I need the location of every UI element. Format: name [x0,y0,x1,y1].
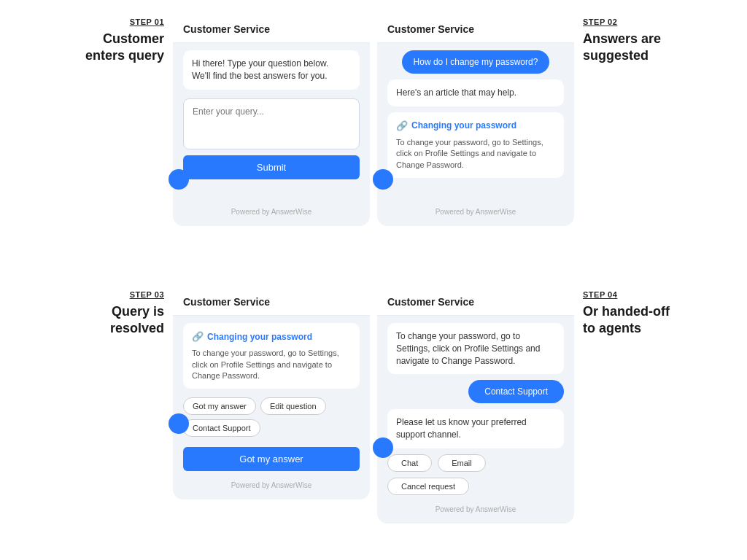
widget03-header: Customer Service [173,287,370,316]
step02-label-area: STEP 02 Answers are suggested [583,15,663,63]
step04-label-area: STEP 04 Or handed-off to agents [583,287,670,336]
link-icon: 🔗 [396,120,408,133]
got-answer-button[interactable]: Got my answer [183,397,256,415]
query-input[interactable] [183,98,360,149]
step04-number: STEP 04 [583,290,617,299]
channel-buttons: Chat Email [387,454,564,472]
widget03-footer: Powered by AnswerWise [183,477,360,489]
contact-support-button-04[interactable]: Contact Support [468,380,564,403]
article-body-03: To change your password, go to Settings,… [192,348,351,381]
avatar-dot-04 [373,438,393,458]
page: STEP 01 Customer enters query Customer S… [0,0,747,560]
step02-desc: Answers are suggested [583,31,661,63]
widget02-footer: Powered by AnswerWise [387,203,564,216]
steps-grid: STEP 01 Customer enters query Customer S… [22,15,725,545]
action-buttons: Got my answer Edit question Contact Supp… [183,397,360,437]
widget01-body: Hi there! Type your question below. We'l… [183,50,360,198]
article-body: To change your password, go to Settings,… [396,137,555,171]
widget02-body: How do I change my password? Here's an a… [387,50,564,198]
widget01-footer: Powered by AnswerWise [183,203,360,216]
step03-desc: Query is resolved [110,303,164,336]
step01-number: STEP 01 [130,18,164,26]
article-bubble-03: 🔗 Changing your password To change your … [183,323,360,389]
widget01-header: Customer Service [173,15,370,43]
suggestion-text: Here's an article that may help. [387,79,564,106]
submit-button[interactable]: Submit [183,155,360,179]
channel-prompt: Please let us know your preferred suppor… [387,409,564,448]
widget02-header: Customer Service [377,15,574,43]
avatar-dot-01 [169,169,189,190]
widget04-footer: Powered by AnswerWise [387,501,564,513]
article-title-03: Changing your password [207,331,312,343]
step01-desc: Customer enters query [85,31,164,63]
step04-cell: Customer Service To change your password… [377,287,725,545]
article-link-03[interactable]: 🔗 Changing your password [192,330,351,343]
step04-desc: Or handed-off to agents [583,303,670,336]
got-answer-primary-button[interactable]: Got my answer [183,447,360,471]
step03-label-area: STEP 03 Query is resolved [84,287,164,336]
edit-question-button[interactable]: Edit question [260,397,326,415]
widget-step01: Customer Service Hi there! Type your que… [173,15,370,226]
article-link[interactable]: 🔗 Changing your password [396,120,555,133]
link-icon-03: 🔗 [192,330,204,343]
article-title: Changing your password [411,120,516,132]
step03-number: STEP 03 [130,290,164,299]
step02-cell: Customer Service How do I change my pass… [377,15,725,273]
widget01-greeting: Hi there! Type your question below. We'l… [183,50,360,90]
widget03-body: 🔗 Changing your password To change your … [183,323,360,471]
widget04-header: Customer Service [377,287,574,316]
avatar-dot-02 [373,169,393,190]
widget-step03: Customer Service 🔗 Changing your passwor… [173,287,370,499]
contact-support-button-03[interactable]: Contact Support [183,419,260,437]
cancel-request-button[interactable]: Cancel request [387,478,469,495]
article-bubble: 🔗 Changing your password To change your … [387,112,564,178]
user-query-bubble: How do I change my password? [402,50,550,74]
email-button[interactable]: Email [438,454,486,472]
step01-cell: STEP 01 Customer enters query Customer S… [22,15,370,273]
step03-cell: STEP 03 Query is resolved Customer Servi… [22,287,370,545]
chat-button[interactable]: Chat [387,454,432,472]
step01-label-area: STEP 01 Customer enters query [84,15,164,63]
widget04-body: To change your password, go to Settings,… [387,323,564,495]
article-body-04: To change your password, go to Settings,… [387,323,564,374]
step02-number: STEP 02 [583,18,617,26]
widget-step02: Customer Service How do I change my pass… [377,15,574,226]
widget-step04: Customer Service To change your password… [377,287,574,524]
